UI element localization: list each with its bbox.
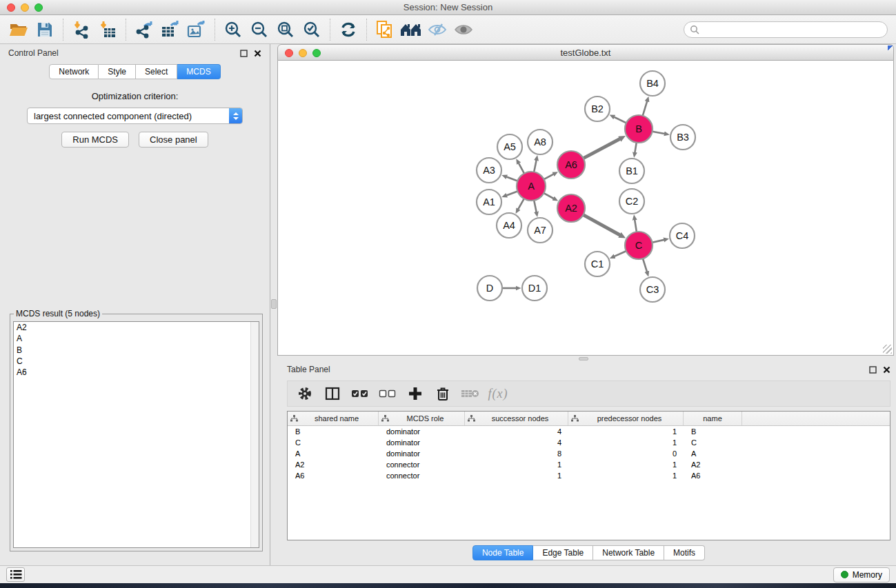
cell-mcds-role[interactable]: dominator [379,426,465,437]
network-edge-A-A8[interactable] [534,160,536,172]
mcds-result-item[interactable]: B [14,345,259,356]
float-panel-icon[interactable] [240,50,248,57]
export-network-button[interactable] [132,18,156,41]
network-node-A4[interactable]: A4 [497,213,521,238]
cell-predecessor-nodes[interactable]: 1 [568,470,684,481]
import-table-button[interactable] [96,18,119,41]
network-node-A5[interactable]: A5 [497,134,522,159]
network-edge-B-B2[interactable] [614,117,626,123]
tab-network-table[interactable]: Network Table [593,545,664,560]
column-header-predecessor-nodes[interactable]: predecessor nodes [568,412,684,425]
network-edge-A-A6[interactable] [544,174,554,179]
tab-mcds[interactable]: MCDS [177,64,220,79]
float-panel-icon[interactable] [869,366,877,374]
tab-network[interactable]: Network [49,64,99,79]
import-network-button[interactable] [70,18,93,41]
minimize-window-button[interactable] [21,3,29,12]
network-edge-B-B3[interactable] [653,132,665,134]
cell-shared-name[interactable]: B [288,426,379,437]
deselect-all-button[interactable] [377,383,398,404]
mcds-result-item[interactable]: A2 [14,322,259,333]
zoom-window-button[interactable] [34,3,43,12]
network-edge-A-A4[interactable] [518,199,524,209]
cell-successor-nodes[interactable]: 4 [465,426,568,437]
cell-name[interactable]: C [684,437,742,448]
cell-mcds-role[interactable]: dominator [379,437,465,448]
network-edge-C-C4[interactable] [653,240,664,243]
network-node-C[interactable]: C [625,232,653,259]
table-row[interactable]: Adominator80A [288,448,890,459]
column-header-successor-nodes[interactable]: successor nodes [465,412,568,425]
network-edge-C-C3[interactable] [643,258,647,272]
network-edge-C-C1[interactable] [615,251,626,256]
zoom-in-button[interactable] [221,18,245,41]
cell-successor-nodes[interactable]: 1 [465,470,568,481]
minimize-view-button[interactable] [299,49,307,57]
column-header-name[interactable]: name [684,412,742,425]
select-all-button[interactable] [350,383,370,404]
cell-name[interactable]: A2 [684,459,742,470]
network-node-B2[interactable]: B2 [585,97,610,121]
network-graph[interactable]: B4B2BB3A5A8A6A3B1AA1C2A2A4A7C4CC1DD1C3 [278,61,893,356]
network-edge-A-A5[interactable] [519,163,524,174]
cell-name[interactable]: B [684,426,742,437]
network-node-A6[interactable]: A6 [557,151,585,179]
tab-edge-table[interactable]: Edge Table [533,545,593,560]
cell-predecessor-nodes[interactable]: 1 [568,437,684,448]
network-document-button[interactable] [373,18,397,41]
vertical-splitter-handle[interactable] [271,299,277,309]
task-history-button[interactable] [6,567,25,582]
network-edge-A6-B[interactable] [584,139,620,159]
save-session-button[interactable] [33,18,57,41]
network-edge-A-A3[interactable] [506,177,517,181]
zoom-view-button[interactable] [312,49,321,57]
tab-node-table[interactable]: Node Table [472,545,534,560]
network-edge-A2-C[interactable] [584,215,620,235]
tab-motifs[interactable]: Motifs [664,545,705,560]
zoom-out-button[interactable] [248,18,271,41]
close-panel-icon[interactable] [254,50,261,57]
home-button[interactable] [399,18,423,41]
run-mcds-button[interactable]: Run MCDS [61,132,129,148]
network-node-D1[interactable]: D1 [522,276,547,301]
optimization-criterion-dropdown[interactable]: largest connected component (directed) [27,108,243,124]
network-node-C1[interactable]: C1 [585,252,610,276]
table-row[interactable]: A2connector11A2 [288,459,890,470]
mcds-result-item[interactable]: C [14,356,259,367]
network-node-A2[interactable]: A2 [557,194,585,222]
network-edge-B-B4[interactable] [643,101,647,116]
cell-name[interactable]: A [684,448,742,459]
table-row[interactable]: Cdominator41C [288,437,890,448]
cell-mcds-role[interactable]: connector [379,459,465,470]
network-node-D[interactable]: D [477,276,502,301]
network-edge-B-B1[interactable] [635,143,636,153]
cell-successor-nodes[interactable]: 4 [465,437,568,448]
cell-mcds-role[interactable]: dominator [379,448,465,459]
network-node-B1[interactable]: B1 [619,159,644,183]
mcds-result-item[interactable]: A [14,333,259,344]
delete-table-button[interactable] [460,383,481,404]
cell-shared-name[interactable]: A [288,448,379,459]
scrollbar-track[interactable] [250,322,259,547]
apply-function-button[interactable]: f(x) [488,383,508,404]
network-canvas[interactable]: B4B2BB3A5A8A6A3B1AA1C2A2A4A7C4CC1DD1C3 [277,61,894,356]
add-column-button[interactable] [405,383,426,404]
cell-mcds-role[interactable]: connector [379,470,465,481]
network-node-C2[interactable]: C2 [619,189,644,214]
cell-predecessor-nodes[interactable]: 1 [568,426,684,437]
network-node-B3[interactable]: B3 [670,125,695,150]
resize-corner-indicator[interactable] [888,45,893,50]
network-node-C4[interactable]: C4 [670,223,695,248]
export-image-button[interactable] [185,18,208,41]
close-window-button[interactable] [7,3,15,12]
table-row[interactable]: Bdominator41B [288,426,890,437]
search-input[interactable] [703,23,887,37]
cell-shared-name[interactable]: A6 [288,470,379,481]
cell-shared-name[interactable]: A2 [288,459,379,470]
close-view-button[interactable] [285,49,293,57]
hide-details-button[interactable] [426,18,449,41]
close-panel-button[interactable]: Close panel [139,132,208,148]
network-node-C3[interactable]: C3 [640,277,665,302]
network-node-A[interactable]: A [517,172,546,201]
cell-predecessor-nodes[interactable]: 1 [568,459,684,470]
